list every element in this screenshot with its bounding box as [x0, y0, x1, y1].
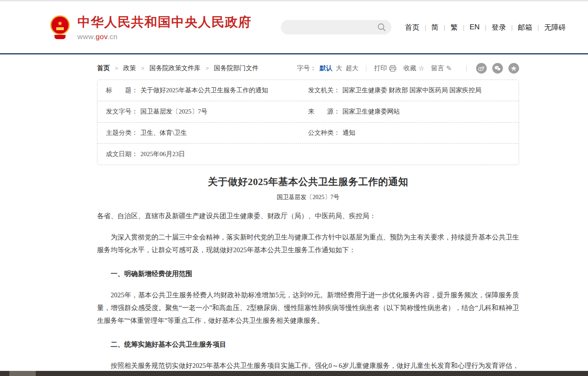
- meta-title-cell: 标 题：关于做好2025年基本公共卫生服务工作的通知: [106, 86, 308, 94]
- qzone-star-icon: [511, 66, 517, 71]
- breadcrumb-separator: >: [141, 65, 145, 71]
- breadcrumb: 首页 > 政策 > 国务院政策文件库 > 国务院部门文件: [97, 64, 259, 72]
- meta-row-title-agency: 标 题：关于做好2025年基本公共卫生服务工作的通知 发文机关：国家卫生健康委 …: [97, 80, 519, 101]
- meta-row-date: 成文日期：2025年06月23日: [97, 144, 519, 165]
- nav-item-accessibility[interactable]: 无障碍: [539, 23, 571, 32]
- font-size-xlarge-button[interactable]: 超大: [345, 64, 358, 72]
- breadcrumb-separator: >: [206, 65, 209, 71]
- qzone-share-button[interactable]: [508, 63, 519, 74]
- horizontal-scrollbar[interactable]: [0, 371, 588, 376]
- meta-row-number-source: 发文字号：国卫基层发〔2025〕7号 来 源：国家卫生健康委网站: [97, 101, 519, 122]
- emblem-star-icon: ★: [57, 20, 63, 26]
- breadcrumb-home[interactable]: 首页: [97, 64, 110, 72]
- breadcrumb-dept-docs[interactable]: 国务院部门文件: [214, 64, 259, 72]
- weibo-icon: [478, 66, 485, 71]
- meta-date-value: 2025年06月23日: [140, 151, 185, 157]
- meta-agency-value: 国家卫生健康委 财政部 国家中医药局 国家疾控局: [343, 87, 481, 94]
- meta-source-label: 来 源：: [308, 108, 340, 115]
- pencil-icon: ✎: [446, 64, 452, 72]
- wechat-share-button[interactable]: [492, 63, 503, 74]
- font-size-default-button[interactable]: 默认: [320, 64, 332, 72]
- share-buttons: [476, 63, 519, 74]
- header-right: 首页 | 简 | 繁 | EN | 登录 | 邮箱 | 无障碍: [281, 20, 571, 34]
- favorite-button[interactable]: 收藏 ☆: [403, 64, 424, 72]
- document-number-subtitle: 国卫基层发〔2025〕7号: [97, 194, 519, 201]
- nav-item-mail[interactable]: 邮箱: [513, 23, 537, 32]
- meta-agency-label: 发文机关：: [308, 87, 340, 94]
- url-gov: gov: [96, 33, 108, 41]
- top-nav: 首页 | 简 | 繁 | EN | 登录 | 邮箱 | 无障碍: [400, 23, 571, 32]
- document-body: 关于做好2025年基本公共卫生服务工作的通知 国卫基层发〔2025〕7号 各省、…: [97, 175, 519, 376]
- nav-item-traditional[interactable]: 繁: [445, 23, 463, 32]
- meta-number-label: 发文字号：: [106, 108, 138, 115]
- meta-number-cell: 发文字号：国卫基层发〔2025〕7号: [106, 108, 308, 116]
- breadcrumb-toolbar-row: 首页 > 政策 > 国务院政策文件库 > 国务院部门文件 字号： 默认 大 超大…: [97, 54, 519, 80]
- meta-date-label: 成文日期：: [106, 151, 138, 157]
- site-brand[interactable]: ★ 中华人民共和国中央人民政府 www.gov.cn: [50, 14, 252, 41]
- meta-empty-cell: [308, 150, 510, 158]
- nav-item-english[interactable]: EN: [465, 23, 485, 31]
- font-size-label: 字号：: [297, 64, 316, 72]
- document-meta-table: 标 题：关于做好2025年基本公共卫生服务工作的通知 发文机关：国家卫生健康委 …: [97, 80, 519, 165]
- favorite-label: 收藏: [403, 64, 416, 72]
- nav-item-simplified[interactable]: 简: [426, 23, 444, 32]
- emblem-ribbon: [54, 35, 66, 39]
- meta-agency-cell: 发文机关：国家卫生健康委 财政部 国家中医药局 国家疾控局: [308, 86, 510, 94]
- star-icon: ☆: [418, 64, 424, 72]
- url-www: www.: [77, 33, 96, 41]
- nav-item-home[interactable]: 首页: [400, 23, 425, 32]
- national-emblem-logo[interactable]: ★: [50, 15, 71, 39]
- font-size-large-button[interactable]: 大: [336, 64, 342, 72]
- paragraph-intro: 为深入贯彻党的二十届三中全会精神，落实新时代党的卫生与健康工作方针中以基层为重点…: [97, 231, 519, 256]
- search-icon[interactable]: [377, 23, 386, 32]
- weibo-share-button[interactable]: [476, 63, 487, 74]
- meta-type-label: 公文种类：: [308, 129, 340, 136]
- toolbar-divider: [466, 65, 467, 72]
- section-heading-2: 二、统筹实施好基本公共卫生服务项目: [97, 338, 519, 351]
- breadcrumb-separator: >: [115, 65, 118, 71]
- printer-icon: [389, 65, 397, 72]
- url-cn: .cn: [107, 33, 117, 41]
- print-label: 打印: [374, 64, 387, 72]
- search-box[interactable]: [281, 20, 391, 34]
- paragraph-salutation: 各省、自治区、直辖市及新疆生产建设兵团卫生健康委、财政厅（局）、中医药局、疾控局…: [97, 210, 519, 222]
- site-url: www.gov.cn: [77, 33, 252, 41]
- meta-number-value: 国卫基层发〔2025〕7号: [140, 108, 208, 115]
- meta-category-label: 主题分类：: [106, 129, 138, 136]
- meta-row-category-type: 主题分类：卫生、体育\卫生 公文种类：通知: [97, 122, 519, 144]
- meta-category-cell: 主题分类：卫生、体育\卫生: [106, 129, 308, 137]
- emblem-gate-shape: [56, 27, 64, 30]
- scrollbar-thumb[interactable]: [9, 371, 36, 376]
- print-button[interactable]: 打印: [374, 64, 397, 72]
- meta-title-value: 关于做好2025年基本公共卫生服务工作的通知: [140, 87, 268, 94]
- toolbar-divider: [366, 65, 366, 72]
- main-content: 首页 > 政策 > 国务院政策文件库 > 国务院部门文件 字号： 默认 大 超大…: [97, 54, 519, 376]
- comment-label: 留言: [431, 64, 444, 72]
- comment-button[interactable]: 留言 ✎: [431, 64, 452, 72]
- site-title: 中华人民共和国中央人民政府: [77, 14, 252, 31]
- meta-date-cell: 成文日期：2025年06月23日: [106, 150, 308, 158]
- meta-type-cell: 公文种类：通知: [308, 129, 510, 137]
- document-title: 关于做好2025年基本公共卫生服务工作的通知: [114, 175, 502, 188]
- meta-title-label: 标 题：: [106, 87, 138, 94]
- nav-item-login[interactable]: 登录: [486, 23, 511, 32]
- document-toolbar: 字号： 默认 大 超大 打印 收藏 ☆ 留言 ✎: [297, 63, 519, 74]
- paragraph-section-1: 2025年，基本公共卫生服务经费人均财政补助标准增加5元，达到99元。新增经费用…: [97, 289, 519, 327]
- meta-source-cell: 来 源：国家卫生健康委网站: [308, 108, 510, 116]
- breadcrumb-policy[interactable]: 政策: [123, 64, 136, 72]
- emblem-circle: ★: [50, 15, 70, 35]
- meta-category-value: 卫生、体育\卫生: [140, 129, 187, 136]
- site-header: ★ 中华人民共和国中央人民政府 www.gov.cn 首页 | 简 | 繁 | …: [0, 1, 588, 53]
- meta-type-value: 通知: [343, 129, 355, 136]
- meta-source-value: 国家卫生健康委网站: [343, 108, 400, 115]
- search-input[interactable]: [288, 24, 377, 31]
- section-heading-1: 一、明确新增经费使用范围: [97, 268, 519, 280]
- wechat-icon: [494, 66, 501, 71]
- breadcrumb-policy-library[interactable]: 国务院政策文件库: [149, 64, 200, 72]
- brand-text: 中华人民共和国中央人民政府 www.gov.cn: [77, 14, 252, 41]
